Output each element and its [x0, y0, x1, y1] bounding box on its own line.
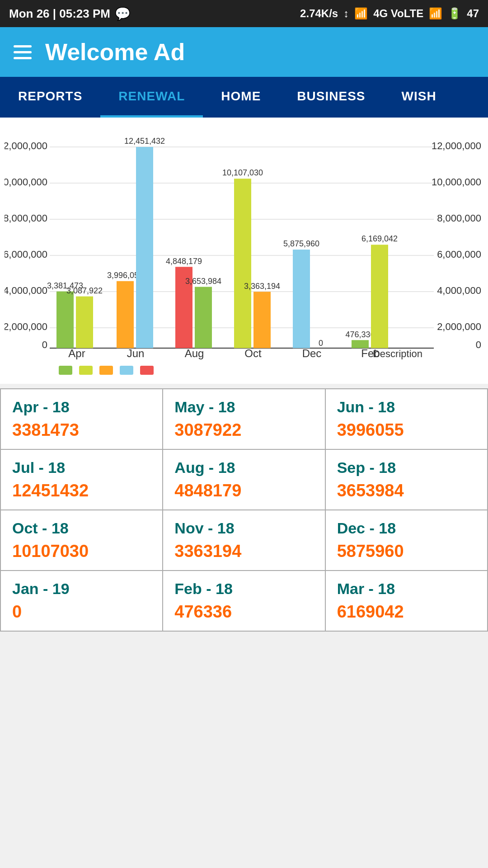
- svg-rect-27: [56, 292, 74, 348]
- svg-rect-31: [117, 281, 134, 348]
- cell-value: 3996055: [337, 420, 476, 440]
- legend-color-5: [140, 366, 154, 375]
- table-cell: Feb - 18 476336: [163, 571, 325, 631]
- cell-month-label: May - 18: [174, 398, 313, 416]
- cell-value: 4848179: [174, 481, 313, 500]
- svg-rect-29: [76, 297, 93, 348]
- carrier-bars-icon: 📶: [429, 7, 442, 20]
- tab-business[interactable]: BUSINESS: [279, 77, 383, 118]
- svg-text:10,000,000: 10,000,000: [432, 176, 481, 188]
- svg-text:6,000,000: 6,000,000: [437, 249, 481, 260]
- cell-value: 10107030: [12, 542, 151, 561]
- svg-text:0: 0: [476, 339, 481, 350]
- header: Welcome Ad: [0, 27, 488, 77]
- svg-text:4,000,000: 4,000,000: [5, 285, 47, 296]
- svg-text:10,000,000: 10,000,000: [5, 176, 47, 188]
- svg-text:Aug: Aug: [185, 347, 204, 359]
- svg-text:Jun: Jun: [127, 347, 145, 359]
- svg-text:5,875,960: 5,875,960: [283, 239, 319, 248]
- table-cell: Mar - 18 6169042: [325, 571, 488, 631]
- svg-rect-41: [253, 292, 271, 348]
- svg-text:Description: Description: [373, 348, 422, 359]
- table-cell: Jul - 18 12451432: [0, 449, 163, 510]
- nav-tabs: REPORTS RENEWAL HOME BUSINESS WISH: [0, 77, 488, 118]
- cell-month-label: Jan - 19: [12, 580, 151, 598]
- svg-text:8,000,000: 8,000,000: [437, 212, 481, 224]
- cell-value: 476336: [174, 602, 313, 622]
- signal-bars-icon: 📶: [354, 7, 368, 20]
- svg-rect-33: [136, 147, 153, 348]
- status-time: Mon 26 | 05:23 PM: [9, 7, 110, 21]
- table-cell: Dec - 18 5875960: [325, 510, 488, 571]
- legend-color-2: [79, 366, 93, 375]
- svg-text:4,848,179: 4,848,179: [166, 257, 202, 266]
- cell-value: 3381473: [12, 420, 151, 440]
- table-cell: Oct - 18 10107030: [0, 510, 163, 571]
- battery-level: 47: [467, 7, 479, 20]
- cell-month-label: Sep - 18: [337, 459, 476, 476]
- tab-renewal[interactable]: RENEWAL: [100, 77, 203, 118]
- status-left: Mon 26 | 05:23 PM 💬: [9, 6, 131, 21]
- table-cell: Sep - 18 3653984: [325, 449, 488, 510]
- svg-text:476,336: 476,336: [345, 330, 375, 339]
- whatsapp-icon: 💬: [115, 6, 131, 21]
- network-speed: 2.74K/s: [300, 7, 338, 20]
- signal-icon: ↕: [343, 7, 349, 20]
- svg-text:12,000,000: 12,000,000: [432, 140, 481, 151]
- cell-value: 0: [12, 602, 151, 622]
- legend-color-1: [59, 366, 72, 375]
- chart-area: 12,000,000 10,000,000 8,000,000 6,000,00…: [0, 118, 488, 384]
- legend-item-4: [120, 366, 133, 375]
- cell-value: 3653984: [337, 481, 476, 500]
- status-right: 2.74K/s ↕ 📶 4G VoLTE 📶 🔋 47: [300, 7, 479, 20]
- svg-text:6,000,000: 6,000,000: [5, 249, 47, 260]
- menu-button[interactable]: [14, 45, 32, 59]
- cell-month-label: Nov - 18: [174, 519, 313, 537]
- battery-icon: 🔋: [448, 7, 461, 20]
- legend-item-5: [140, 366, 154, 375]
- svg-rect-49: [371, 245, 388, 348]
- header-title: Welcome Ad: [45, 38, 185, 66]
- svg-rect-39: [234, 179, 251, 348]
- svg-text:10,107,030: 10,107,030: [222, 168, 263, 177]
- tab-reports[interactable]: REPORTS: [0, 77, 100, 118]
- svg-text:Apr: Apr: [68, 347, 85, 359]
- legend-item-3: [99, 366, 113, 375]
- legend-color-3: [99, 366, 113, 375]
- table-cell: May - 18 3087922: [163, 389, 325, 449]
- cell-value: 6169042: [337, 602, 476, 622]
- svg-rect-43: [293, 250, 310, 348]
- cell-month-label: Apr - 18: [12, 398, 151, 416]
- cell-month-label: Jul - 18: [12, 459, 151, 476]
- svg-text:8,000,000: 8,000,000: [5, 212, 47, 224]
- svg-text:3,087,922: 3,087,922: [66, 286, 103, 295]
- svg-text:Oct: Oct: [244, 347, 262, 359]
- cell-month-label: Mar - 18: [337, 580, 476, 598]
- tab-home[interactable]: HOME: [203, 77, 279, 118]
- status-bar: Mon 26 | 05:23 PM 💬 2.74K/s ↕ 📶 4G VoLTE…: [0, 0, 488, 27]
- data-table: Apr - 18 3381473 May - 18 3087922 Jun - …: [0, 388, 488, 632]
- cell-month-label: Jun - 18: [337, 398, 476, 416]
- svg-text:0: 0: [319, 339, 323, 348]
- svg-text:2,000,000: 2,000,000: [5, 321, 47, 332]
- table-cell: Aug - 18 4848179: [163, 449, 325, 510]
- svg-rect-37: [195, 287, 212, 349]
- cell-value: 12451432: [12, 481, 151, 500]
- svg-text:12,451,432: 12,451,432: [124, 137, 165, 146]
- svg-text:Dec: Dec: [302, 347, 322, 359]
- cell-value: 5875960: [337, 542, 476, 561]
- cell-value: 3087922: [174, 420, 313, 440]
- svg-text:3,653,984: 3,653,984: [185, 277, 221, 286]
- tab-wish[interactable]: WISH: [384, 77, 455, 118]
- svg-text:3,363,194: 3,363,194: [244, 282, 280, 291]
- legend-item-2: [79, 366, 93, 375]
- carrier-label: 4G VoLTE: [373, 7, 423, 20]
- svg-text:0: 0: [42, 339, 47, 350]
- table-cell: Jan - 19 0: [0, 571, 163, 631]
- svg-text:12,000,000: 12,000,000: [5, 140, 47, 151]
- svg-text:4,000,000: 4,000,000: [437, 285, 481, 296]
- cell-month-label: Aug - 18: [174, 459, 313, 476]
- svg-text:6,169,042: 6,169,042: [361, 234, 398, 243]
- table-cell: Apr - 18 3381473: [0, 389, 163, 449]
- cell-month-label: Feb - 18: [174, 580, 313, 598]
